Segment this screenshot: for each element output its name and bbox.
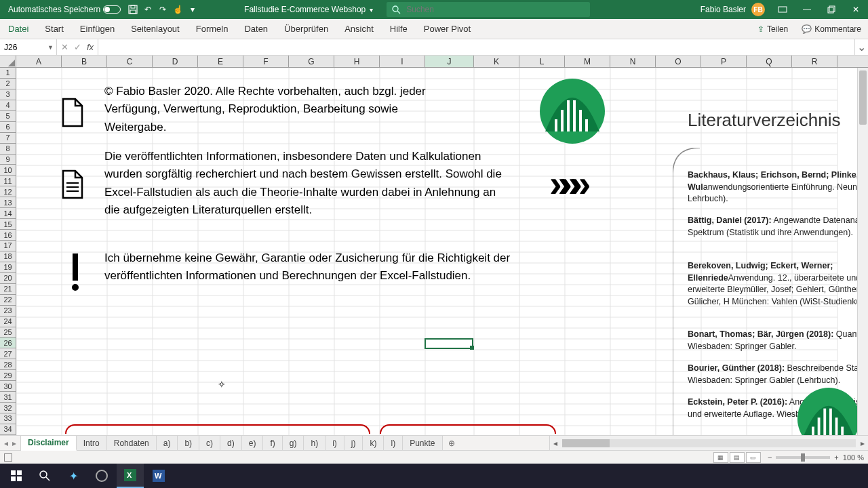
- row-header[interactable]: 28: [0, 359, 16, 370]
- qat-more-icon[interactable]: ▾: [187, 4, 198, 15]
- sheet-tab[interactable]: b): [178, 436, 199, 450]
- tab-powerpivot[interactable]: Power Pivot: [416, 19, 479, 39]
- col-header[interactable]: N: [610, 56, 656, 67]
- row-header[interactable]: 27: [0, 348, 16, 359]
- scroll-left-icon[interactable]: ◂: [550, 439, 561, 448]
- row-header[interactable]: 14: [0, 208, 16, 219]
- row-header[interactable]: 16: [0, 230, 16, 241]
- tab-hilfe[interactable]: Hilfe: [382, 19, 416, 39]
- sheet-tab[interactable]: Intro: [77, 436, 107, 450]
- col-header[interactable]: F: [243, 56, 289, 67]
- row-header[interactable]: 3: [0, 89, 16, 100]
- tab-start[interactable]: Start: [37, 19, 71, 39]
- row-header[interactable]: 18: [0, 251, 16, 262]
- row-header[interactable]: 30: [0, 381, 16, 392]
- row-header[interactable]: 19: [0, 262, 16, 273]
- row-header[interactable]: 17: [0, 241, 16, 251]
- excel-taskbar-icon[interactable]: X: [117, 464, 144, 488]
- row-header[interactable]: 29: [0, 370, 16, 381]
- row-header[interactable]: 7: [0, 133, 16, 144]
- comments-button[interactable]: 💬Kommentare: [795, 24, 868, 34]
- formula-bar[interactable]: [98, 39, 854, 55]
- sheet-tab[interactable]: d): [220, 436, 242, 450]
- col-header[interactable]: L: [519, 56, 565, 67]
- sheet-tab[interactable]: a): [157, 436, 178, 450]
- cancel-icon[interactable]: ✕: [61, 42, 68, 52]
- row-header[interactable]: 21: [0, 284, 16, 295]
- row-header[interactable]: 4: [0, 100, 16, 111]
- sheet-tab[interactable]: Rohdaten: [107, 436, 157, 450]
- row-header[interactable]: 33: [0, 413, 16, 424]
- tab-ueberpruefen[interactable]: Überprüfen: [276, 19, 336, 39]
- tab-einfuegen[interactable]: Einfügen: [72, 19, 123, 39]
- col-header[interactable]: K: [474, 56, 519, 67]
- horizontal-scrollbar[interactable]: ◂ ▸: [549, 436, 868, 450]
- word-taskbar-icon[interactable]: W: [145, 464, 172, 488]
- row-header[interactable]: 10: [0, 165, 16, 176]
- sheet-canvas[interactable]: © Fabio Basler 2020. Alle Rechte vorbeha…: [16, 68, 857, 435]
- zoom-in-button[interactable]: +: [834, 453, 838, 462]
- user-account[interactable]: Fabio Basler FB: [695, 3, 770, 16]
- save-icon[interactable]: [127, 4, 138, 15]
- enter-icon[interactable]: ✓: [74, 42, 81, 52]
- sheet-tab[interactable]: c): [199, 436, 220, 450]
- row-header[interactable]: 6: [0, 122, 16, 133]
- select-all-corner[interactable]: [0, 56, 16, 67]
- row-header[interactable]: 1: [0, 68, 16, 79]
- col-header[interactable]: G: [289, 56, 334, 67]
- row-header[interactable]: 9: [0, 155, 16, 165]
- maximize-button[interactable]: [819, 0, 844, 19]
- share-button[interactable]: ⇪Teilen: [751, 24, 795, 34]
- view-pagebreak-button[interactable]: ▭: [746, 452, 761, 463]
- obs-icon[interactable]: [88, 464, 115, 488]
- search-box[interactable]: [387, 2, 590, 17]
- row-header[interactable]: 12: [0, 186, 16, 197]
- fx-icon[interactable]: fx: [87, 42, 94, 52]
- autosave-toggle[interactable]: Automatisches Speichern: [5, 5, 123, 14]
- col-header[interactable]: H: [334, 56, 380, 67]
- col-header[interactable]: E: [198, 56, 243, 67]
- row-header[interactable]: 31: [0, 392, 16, 403]
- view-normal-button[interactable]: ▦: [713, 452, 728, 463]
- sheet-tab[interactable]: i): [326, 436, 344, 450]
- tab-formeln[interactable]: Formeln: [188, 19, 237, 39]
- document-title[interactable]: Fallstudie E-Commerce Webshop ▾: [244, 5, 373, 14]
- tab-daten[interactable]: Daten: [236, 19, 276, 39]
- row-header[interactable]: 11: [0, 176, 16, 186]
- row-header[interactable]: 15: [0, 219, 16, 230]
- col-header[interactable]: R: [792, 56, 837, 67]
- row-header[interactable]: 24: [0, 317, 16, 327]
- view-pagelayout-button[interactable]: ▤: [730, 452, 745, 463]
- search-input[interactable]: [405, 4, 585, 15]
- sheet-tab[interactable]: j): [344, 436, 363, 450]
- sheet-tab[interactable]: f): [263, 436, 282, 450]
- col-header[interactable]: P: [701, 56, 747, 67]
- col-header[interactable]: C: [107, 56, 153, 67]
- scroll-thumb[interactable]: [562, 439, 610, 447]
- tab-next-icon[interactable]: ▸: [12, 439, 16, 448]
- close-button[interactable]: ✕: [844, 0, 868, 19]
- touch-mode-icon[interactable]: ☝: [172, 4, 183, 15]
- col-header[interactable]: J: [425, 56, 474, 67]
- search-taskbar-icon[interactable]: [31, 464, 58, 488]
- sheet-tab[interactable]: h): [304, 436, 326, 450]
- sheet-tab[interactable]: l): [384, 436, 403, 450]
- tab-nav[interactable]: ◂ ▸: [0, 436, 21, 450]
- row-header[interactable]: 5: [0, 111, 16, 122]
- col-header[interactable]: I: [380, 56, 425, 67]
- col-header[interactable]: B: [62, 56, 107, 67]
- start-button[interactable]: [3, 464, 30, 488]
- sheet-tab[interactable]: Disclaimer: [21, 436, 77, 451]
- sheet-tab[interactable]: k): [363, 436, 384, 450]
- row-header[interactable]: 8: [0, 144, 16, 155]
- tab-ansicht[interactable]: Ansicht: [336, 19, 382, 39]
- col-header[interactable]: M: [565, 56, 610, 67]
- sheet-tab[interactable]: Punkte: [403, 436, 442, 450]
- tab-datei[interactable]: Datei: [0, 19, 37, 39]
- redo-icon[interactable]: ↷: [157, 4, 168, 15]
- zoom-slider[interactable]: [776, 456, 830, 459]
- zoom-out-button[interactable]: −: [768, 453, 772, 462]
- undo-icon[interactable]: ↶: [142, 4, 153, 15]
- col-header[interactable]: O: [656, 56, 701, 67]
- row-header[interactable]: 22: [0, 295, 16, 306]
